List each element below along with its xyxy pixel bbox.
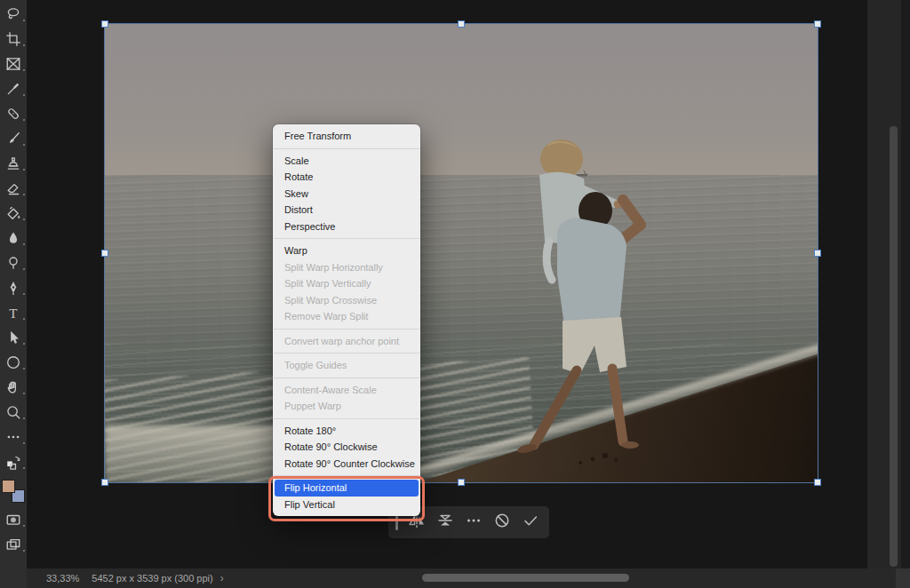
pen-icon: [5, 280, 21, 296]
transform-handle-top-center[interactable]: [458, 20, 465, 28]
color-swatches[interactable]: [2, 480, 25, 503]
tool-blur-tool[interactable]: [4, 229, 22, 246]
svg-text:T: T: [9, 305, 18, 320]
menu-separator: [274, 148, 419, 149]
blur-icon: [5, 230, 21, 246]
menu-item-toggle-guides: Toggle Guides: [273, 357, 420, 374]
menu-separator: [274, 418, 419, 419]
foreground-color-swatch[interactable]: [2, 480, 15, 493]
tool-zoom-tool[interactable]: [4, 403, 22, 420]
check-icon: [522, 512, 539, 533]
tool-healing-brush-tool[interactable]: [4, 105, 22, 122]
transform-handle-middle-left[interactable]: [101, 250, 108, 257]
paint-bucket-icon: [5, 205, 21, 221]
tool-path-selection-tool[interactable]: [4, 329, 22, 346]
tool-paint-bucket-tool[interactable]: [4, 204, 22, 221]
tool-dodge-tool[interactable]: [4, 254, 22, 271]
tools-panel: T: [0, 0, 27, 588]
menu-item-rotate-180[interactable]: Rotate 180°: [273, 423, 420, 440]
tool-frame-tool[interactable]: [4, 55, 22, 72]
transform-handle-bottom-left[interactable]: [101, 479, 108, 486]
flip-vertical-icon: [436, 512, 454, 533]
menu-item-rotate-90-clockwise[interactable]: Rotate 90° Clockwise: [273, 439, 420, 456]
quick-mask-icon: [5, 512, 21, 528]
menu-item-distort[interactable]: Distort: [273, 202, 420, 219]
tool-quick-mask-mode[interactable]: [4, 511, 22, 528]
more-ellipsis-icon: [465, 512, 483, 533]
menu-item-rotate-90-counter-clockwise[interactable]: Rotate 90° Counter Clockwise: [273, 456, 420, 473]
horizontal-scrollbar[interactable]: [422, 574, 629, 582]
menu-item-content-aware-scale: Content-Aware Scale: [273, 382, 420, 399]
screen-mode-icon: [5, 536, 21, 552]
transform-context-menu: Free TransformScaleRotateSkewDistortPers…: [273, 124, 420, 516]
photo-dim-overlay: [105, 24, 818, 482]
eraser-icon: [5, 180, 21, 196]
menu-item-remove-warp-split: Remove Warp Split: [273, 308, 420, 325]
tool-edit-toolbar[interactable]: [4, 428, 22, 445]
type-icon: T: [5, 305, 21, 321]
tool-type-tool[interactable]: T: [4, 304, 22, 321]
brush-icon: [5, 131, 21, 147]
tool-eyedropper-tool[interactable]: [4, 80, 22, 97]
menu-item-puppet-warp: Puppet Warp: [273, 398, 420, 415]
drag-grip[interactable]: [395, 515, 398, 530]
zoom-level[interactable]: 33,33%: [46, 573, 79, 584]
document-canvas-photo[interactable]: [105, 24, 818, 482]
cancel-transform-button[interactable]: [490, 511, 514, 535]
tool-lasso-tool[interactable]: [4, 5, 22, 22]
menu-separator: [274, 329, 419, 330]
menu-item-perspective[interactable]: Perspective: [273, 219, 420, 235]
crop-icon: [5, 31, 21, 47]
scrollbar-corner: [896, 568, 910, 588]
healing-brush-icon: [5, 106, 21, 122]
menu-item-flip-horizontal[interactable]: Flip Horizontal: [275, 480, 419, 497]
ellipse-icon: [5, 354, 21, 370]
zoom-icon: [5, 404, 21, 420]
transform-handle-bottom-center[interactable]: [458, 479, 465, 486]
tool-brush-tool[interactable]: [4, 130, 22, 147]
menu-item-skew[interactable]: Skew: [273, 186, 420, 203]
tool-screen-mode[interactable]: [4, 536, 22, 552]
tool-crop-tool[interactable]: [4, 30, 22, 47]
menu-item-split-warp-horizontally: Split Warp Horizontally: [273, 259, 420, 276]
tool-eraser-tool[interactable]: [4, 179, 22, 196]
more-options-button[interactable]: [461, 511, 485, 535]
menu-item-split-warp-crosswise: Split Warp Crosswise: [273, 292, 420, 309]
selection-arrow-icon: [5, 330, 21, 346]
document-info[interactable]: 5452 px x 3539 px (300 ppi): [92, 573, 212, 584]
lasso-icon: [5, 6, 21, 22]
tool-hand-tool[interactable]: [4, 378, 22, 395]
ellipsis-icon: [5, 429, 21, 445]
tool-clone-stamp-tool[interactable]: [4, 155, 22, 171]
swap-colors-icon: [5, 454, 21, 470]
menu-separator: [274, 238, 419, 239]
menu-separator: [274, 353, 419, 354]
transform-handle-bottom-right[interactable]: [814, 479, 821, 486]
menu-item-free-transform[interactable]: Free Transform: [273, 128, 420, 145]
frame-icon: [5, 56, 21, 72]
menu-item-scale[interactable]: Scale: [273, 153, 420, 170]
hand-icon: [5, 379, 21, 395]
eyedropper-icon: [5, 81, 21, 97]
cancel-icon: [493, 512, 511, 533]
transform-handle-top-right[interactable]: [814, 20, 821, 28]
tool-ellipse-tool[interactable]: [4, 354, 22, 370]
menu-separator: [274, 377, 419, 378]
clone-stamp-icon: [5, 155, 21, 171]
transform-handle-top-left[interactable]: [101, 20, 108, 28]
vertical-scrollbar[interactable]: [890, 126, 898, 567]
menu-item-rotate[interactable]: Rotate: [273, 169, 420, 186]
commit-transform-button[interactable]: [518, 511, 542, 535]
menu-item-split-warp-vertically: Split Warp Vertically: [273, 275, 420, 292]
transform-handle-middle-right[interactable]: [814, 250, 821, 257]
tool-pen-tool[interactable]: [4, 279, 22, 296]
right-panel-edge: [867, 0, 910, 568]
menu-separator: [274, 475, 419, 476]
menu-item-warp[interactable]: Warp: [273, 242, 420, 259]
status-chevron-icon[interactable]: ›: [220, 572, 224, 584]
menu-item-flip-vertical[interactable]: Flip Vertical: [273, 497, 420, 513]
menu-item-convert-warp-anchor-point: Convert warp anchor point: [273, 333, 420, 350]
dodge-icon: [5, 255, 21, 271]
flip-vertical-button[interactable]: [433, 511, 457, 535]
tool-swap-colors[interactable]: [4, 453, 22, 470]
